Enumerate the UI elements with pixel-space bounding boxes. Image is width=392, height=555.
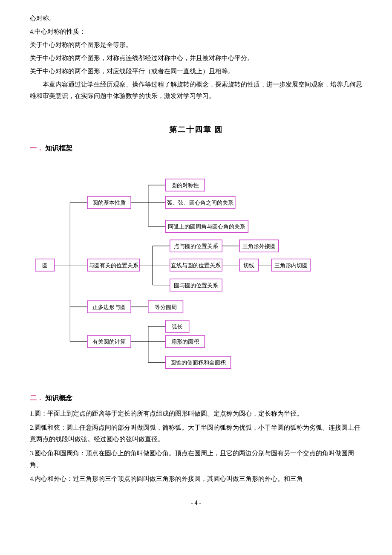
knowledge-map: 圆 圆的基本性质 圆的对称性 弧、弦、圆心角之间的关系 同弧上的圆周角与圆心角的… xyxy=(30,159,362,384)
svg-text:有关圆的计算: 有关圆的计算 xyxy=(92,339,126,345)
svg-text:圆锥的侧面积和全面积: 圆锥的侧面积和全面积 xyxy=(170,359,226,366)
section2-title: 二． 知识概念 xyxy=(30,392,362,405)
intro-line-1: 心对称。 xyxy=(30,13,362,24)
intro-line-4: 关于中心对称的两个图形，对称点连线都经过对称中心，并且被对称中心平分。 xyxy=(30,52,362,64)
intro-line-3: 关于中心对称的两个图形是全等形。 xyxy=(30,39,362,51)
svg-text:圆与圆的位置关系: 圆与圆的位置关系 xyxy=(174,282,218,289)
svg-text:圆的对称性: 圆的对称性 xyxy=(171,182,199,188)
svg-text:圆: 圆 xyxy=(42,262,48,269)
svg-text:弧、弦、圆心角之间的关系: 弧、弦、圆心角之间的关系 xyxy=(167,199,233,206)
svg-text:等分圆周: 等分圆周 xyxy=(155,304,177,310)
section1-title: 一． 知识框架 xyxy=(30,142,362,155)
intro-line-2: 4.中心对称的性质： xyxy=(30,26,362,38)
svg-text:扇形的面积: 扇形的面积 xyxy=(171,339,199,345)
svg-text:弧长: 弧长 xyxy=(172,324,183,330)
knowledge-item-1: 1.圆：平面上到定点的距离等于定长的所有点组成的图形叫做圆。定点称为圆心，定长称… xyxy=(30,408,362,419)
svg-text:同弧上的圆周角与圆心角的关系: 同弧上的圆周角与圆心角的关系 xyxy=(168,223,245,230)
svg-text:圆的基本性质: 圆的基本性质 xyxy=(92,199,126,206)
page-footer: - 4 - xyxy=(30,497,362,508)
svg-text:切线: 切线 xyxy=(243,262,254,269)
svg-text:与圆有关的位置关系: 与圆有关的位置关系 xyxy=(89,262,138,269)
svg-text:三角形外接圆: 三角形外接圆 xyxy=(242,243,276,249)
knowledge-item-2: 2.圆弧和弦：圆上任意两点间的部分叫做圆弧，简称弧。大于半圆的弧称为优弧，小于半… xyxy=(30,422,362,445)
chapter-title: 第二十四章 圆 xyxy=(30,123,362,136)
svg-text:三角形内切圆: 三角形内切圆 xyxy=(274,262,308,269)
svg-text:点与圆的位置关系: 点与圆的位置关系 xyxy=(174,243,218,249)
knowledge-item-4: 4.内心和外心：过三角形的三个顶点的圆叫做三角形的外接圆，其圆心叫做三角形的外心… xyxy=(30,473,362,485)
intro-paragraph: 本章内容通过让学生经历观察、操作等过程了解旋转的概念，探索旋转的性质，进一步发展… xyxy=(30,79,362,102)
svg-text:正多边形与圆: 正多边形与圆 xyxy=(92,304,126,310)
svg-text:直线与圆的位置关系: 直线与圆的位置关系 xyxy=(171,262,221,269)
intro-line-5: 关于中心对称的两个图形，对应线段平行（或者在同一直线上）且相等。 xyxy=(30,66,362,77)
knowledge-item-3: 3.圆心角和圆周角：顶点在圆心上的角叫做圆心角。顶点在圆周上，且它的两边分别与圆… xyxy=(30,448,362,471)
